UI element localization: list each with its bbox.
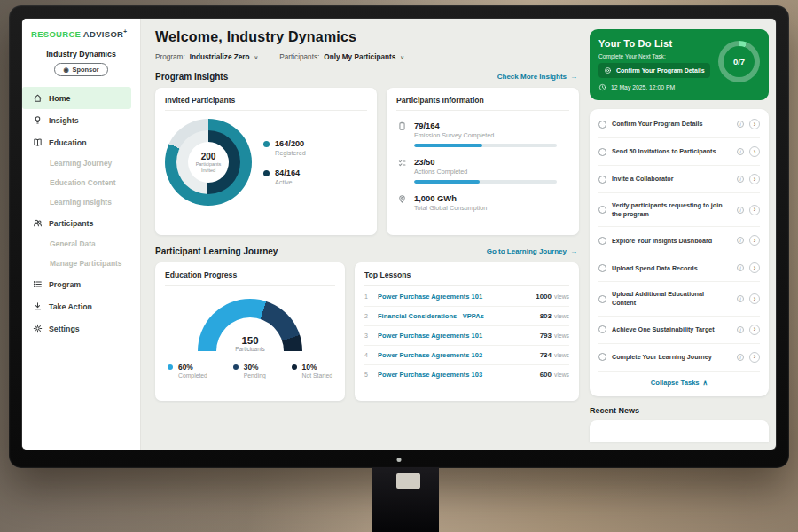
download-icon — [33, 301, 43, 311]
chevron-right-icon[interactable]: › — [749, 352, 760, 363]
lesson-link[interactable]: Power Purchase Agreements 103 — [378, 371, 534, 379]
program-insights-header: Program Insights Check More Insights → — [155, 72, 577, 82]
logo-advisor: ADVISOR — [83, 29, 123, 39]
monitor-stand-highlight — [396, 473, 420, 489]
lesson-link[interactable]: Power Purchase Agreements 101 — [378, 293, 529, 301]
task-checkbox[interactable] — [598, 121, 606, 129]
section-title: Participant Learning Journey — [155, 246, 278, 256]
task-row-upload-spend-data[interactable]: Upload Spend Data Records i › — [598, 254, 760, 282]
education-progress-card: Education Progress 150 Participants — [155, 262, 345, 401]
task-checkbox[interactable] — [598, 148, 606, 156]
book-icon — [33, 137, 43, 147]
chevron-right-icon[interactable]: › — [749, 235, 760, 246]
task-row-upload-educational-content[interactable]: Upload Additional Educational Content i … — [598, 282, 760, 316]
sidebar-item-education[interactable]: Education — [22, 131, 140, 153]
check-more-insights-link[interactable]: Check More Insights → — [497, 73, 577, 81]
sidebar-item-label: Program — [49, 280, 81, 289]
arrow-right-icon: → — [570, 247, 577, 255]
sidebar-item-label: Learning Journey — [50, 159, 112, 168]
gauge-center-label: Participants — [198, 346, 302, 351]
tasks-card: Confirm Your Program Details i › Send 50… — [590, 109, 769, 396]
chevron-right-icon[interactable]: › — [749, 293, 760, 304]
next-task-button[interactable]: Confirm Your Program Details — [598, 63, 710, 78]
info-icon: i — [737, 295, 744, 302]
sidebar-item-home[interactable]: Home — [22, 87, 131, 109]
chevron-right-icon[interactable]: › — [749, 119, 760, 129]
chevron-right-icon[interactable]: › — [749, 174, 760, 184]
task-checkbox[interactable] — [598, 295, 606, 303]
sidebar-item-label: Take Action — [49, 302, 92, 311]
program-insights-cards: Invited Participants 200 Participants In… — [155, 88, 579, 235]
task-row-verify-participants[interactable]: Verify participants requesting to join t… — [598, 193, 760, 227]
sidebar-item-insights[interactable]: Insights — [22, 109, 140, 131]
task-checkbox[interactable] — [598, 237, 606, 245]
task-row-achieve-target[interactable]: Achieve One Sustainability Target i › — [598, 317, 760, 344]
task-row-complete-learning-journey[interactable]: Complete Your Learning Journey i › — [598, 344, 760, 372]
sidebar-item-program[interactable]: Program — [22, 273, 140, 295]
legend-item: 10% Not Started — [292, 363, 332, 379]
sidebar-item-label: Learning Insights — [50, 198, 112, 207]
lesson-link[interactable]: Financial Considerations - VPPAs — [378, 312, 534, 320]
go-to-learning-journey-link[interactable]: Go to Learning Journey → — [487, 247, 577, 255]
chevron-right-icon[interactable]: › — [749, 205, 760, 215]
sponsor-icon: ◉ — [63, 66, 68, 73]
chevron-up-icon: ∧ — [703, 379, 708, 387]
task-row-send-invitations[interactable]: Send 50 Invitations to Participants i › — [598, 138, 760, 166]
target-icon — [604, 66, 612, 74]
chevron-right-icon[interactable]: › — [749, 325, 760, 335]
chevron-right-icon[interactable]: › — [749, 146, 760, 157]
invited-legend: 164/200 Registered 84/164 Active — [263, 139, 306, 186]
legend-item: 164/200 Registered — [263, 139, 306, 157]
sponsor-badge[interactable]: ◉ Sponsor — [54, 63, 107, 76]
sidebar-item-label: Settings — [49, 325, 80, 333]
gauge-center-value: 150 — [198, 335, 302, 346]
sidebar-item-general-data[interactable]: General Data — [22, 234, 140, 254]
progress-bar — [414, 180, 557, 184]
sidebar-item-learning-insights[interactable]: Learning Insights — [22, 192, 140, 212]
sidebar-item-label: Manage Participants — [50, 259, 121, 268]
info-icon: i — [737, 207, 744, 214]
task-checkbox[interactable] — [598, 206, 606, 214]
learning-journey-cards: Education Progress 150 Participants — [155, 262, 579, 401]
page-title: Welcome, Industry Dynamics — [155, 29, 579, 45]
legend-dot — [168, 364, 173, 370]
sidebar-item-education-content[interactable]: Education Content — [22, 173, 140, 192]
info-row: 23/50 Actions Completed — [396, 157, 569, 184]
survey-icon — [397, 121, 407, 131]
lesson-row: 4 Power Purchase Agreements 102 734views — [364, 346, 569, 365]
task-checkbox[interactable] — [598, 264, 606, 272]
sidebar-item-manage-participants[interactable]: Manage Participants — [22, 254, 140, 273]
invited-participants-card: Invited Participants 200 Participants In… — [155, 88, 377, 235]
lesson-link[interactable]: Power Purchase Agreements 102 — [378, 351, 534, 359]
info-icon: i — [737, 326, 744, 333]
sidebar-item-learning-journey[interactable]: Learning Journey — [22, 153, 140, 173]
program-value: Industrialize Zero — [190, 53, 250, 61]
task-checkbox[interactable] — [598, 353, 606, 361]
dashboard-screen: RESOURCE ADVISOR+ Industry Dynamics ◉ Sp… — [22, 19, 776, 450]
bulb-icon — [33, 115, 43, 125]
todo-progress-value: 0/7 — [724, 46, 755, 77]
participants-select[interactable]: Participants: Only My Participants ∨ — [279, 53, 404, 61]
lesson-row: 5 Power Purchase Agreements 103 600views — [364, 365, 569, 384]
info-icon: i — [737, 148, 744, 155]
actions-icon — [397, 158, 407, 168]
collapse-tasks-button[interactable]: Collapse Tasks ∧ — [598, 372, 760, 395]
sidebar-item-settings[interactable]: Settings — [22, 317, 140, 340]
chevron-right-icon[interactable]: › — [749, 262, 760, 273]
sidebar-item-take-action[interactable]: Take Action — [22, 295, 140, 317]
task-row-confirm-program[interactable]: Confirm Your Program Details i › — [598, 111, 760, 138]
task-checkbox[interactable] — [598, 325, 606, 333]
info-row: 1,000 GWh Total Global Consumption — [396, 193, 569, 212]
sidebar-nav: Home Insights Education Learning Journey… — [22, 87, 140, 340]
task-checkbox[interactable] — [598, 176, 606, 184]
task-row-explore-insights[interactable]: Explore Your Insights Dashboard i › — [598, 227, 760, 254]
lesson-link[interactable]: Power Purchase Agreements 101 — [378, 332, 534, 340]
task-row-invite-collaborator[interactable]: Invite a Collaborator i › — [598, 166, 760, 193]
sidebar-item-label: Home — [49, 94, 70, 103]
program-select[interactable]: Program: Industrialize Zero ∨ — [155, 53, 258, 61]
sidebar-item-label: Participants — [49, 219, 93, 228]
sidebar: RESOURCE ADVISOR+ Industry Dynamics ◉ Sp… — [22, 19, 141, 450]
sidebar-item-participants[interactable]: Participants — [22, 212, 140, 234]
card-title: Top Lessons — [364, 270, 569, 286]
info-icon: i — [737, 176, 744, 183]
